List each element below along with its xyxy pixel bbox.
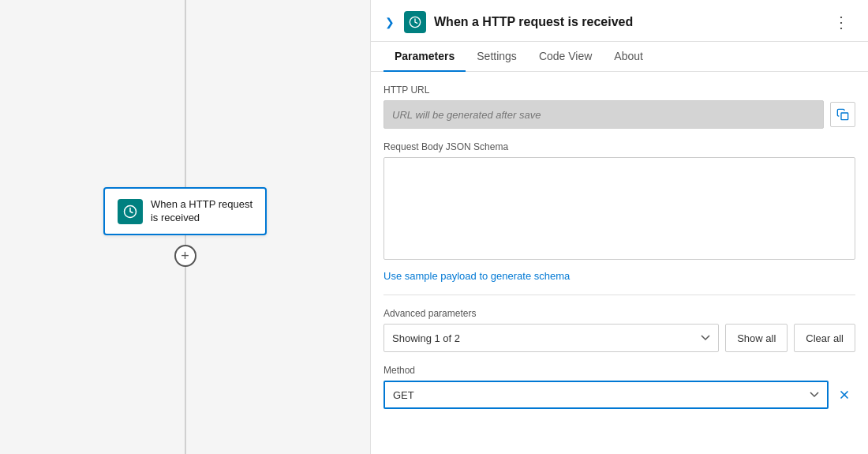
flow-node-wrapper: When a HTTP request is received + (103, 187, 267, 268)
method-select[interactable]: GET POST PUT DELETE PATCH (383, 381, 829, 409)
panel-header: ❯ When a HTTP request is received ⋮ (371, 0, 868, 42)
advanced-row: Showing 1 of 2 Show all Clear all (383, 324, 855, 352)
add-step-button[interactable]: + (174, 245, 196, 267)
advanced-label: Advanced parameters (383, 308, 855, 319)
url-container (383, 100, 855, 129)
url-input (383, 100, 824, 129)
collapse-button[interactable]: ❯ (383, 14, 396, 30)
method-close-button[interactable] (833, 384, 855, 406)
sample-payload-link[interactable]: Use sample payload to generate schema (383, 270, 570, 282)
tab-parameters[interactable]: Parameters (383, 42, 466, 72)
tab-about[interactable]: About (603, 42, 654, 72)
node-icon (118, 199, 143, 224)
showing-select[interactable]: Showing 1 of 2 (383, 324, 719, 352)
http-url-label: HTTP URL (383, 84, 855, 96)
method-select-wrapper: GET POST PUT DELETE PATCH (383, 381, 829, 409)
node-label: When a HTTP request is received (151, 198, 253, 225)
tab-settings[interactable]: Settings (466, 42, 528, 72)
flow-node[interactable]: When a HTTP request is received (103, 187, 267, 236)
left-panel: When a HTTP request is received + (0, 0, 371, 454)
clear-all-button[interactable]: Clear all (794, 324, 855, 352)
schema-label: Request Body JSON Schema (383, 141, 855, 152)
svg-rect-2 (841, 113, 848, 120)
content-area: HTTP URL Request Body JSON Schema Use sa… (371, 72, 868, 454)
header-title: When a HTTP request is received (434, 15, 821, 29)
schema-textarea[interactable] (383, 157, 855, 260)
more-options-button[interactable]: ⋮ (829, 11, 855, 33)
method-label: Method (383, 365, 855, 376)
right-panel: ❯ When a HTTP request is received ⋮ Para… (371, 0, 868, 454)
tab-bar: Parameters Settings Code View About (371, 42, 868, 72)
divider (383, 295, 855, 295)
show-all-button[interactable]: Show all (725, 324, 788, 352)
copy-url-button[interactable] (830, 102, 855, 127)
method-row: GET POST PUT DELETE PATCH (383, 381, 855, 409)
tab-code-view[interactable]: Code View (528, 42, 603, 72)
header-icon (404, 11, 426, 33)
add-button-container: + (103, 245, 267, 267)
